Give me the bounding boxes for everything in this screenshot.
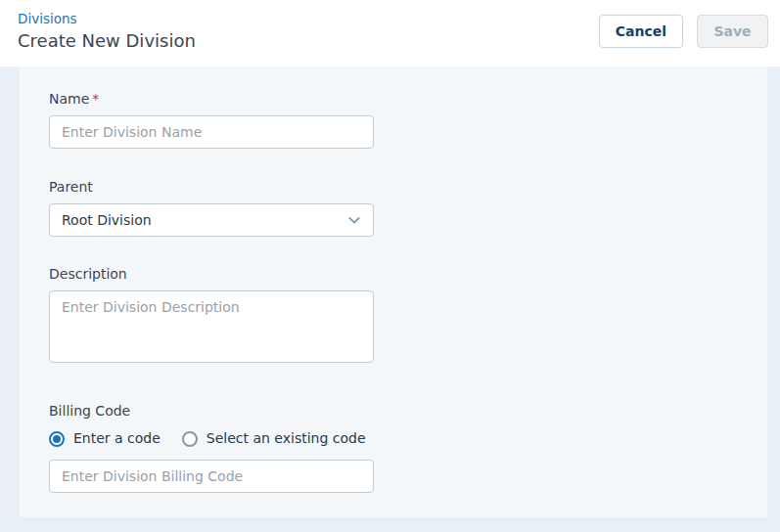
create-division-form: Name* Parent Root Division Description B… <box>20 66 374 493</box>
description-field-label: Description <box>49 265 374 284</box>
save-button[interactable]: Save <box>697 15 768 48</box>
billing-code-radio-group: Enter a code Select an existing code <box>49 429 374 448</box>
page-header: Divisions Create New Division Cancel Sav… <box>0 0 780 66</box>
parent-field-label: Parent <box>49 178 374 197</box>
radio-button-enter-a-code[interactable] <box>49 431 65 447</box>
parent-select[interactable]: Root Division <box>49 203 374 237</box>
breadcrumb-divisions-link[interactable]: Divisions <box>18 10 196 28</box>
page-title: Create New Division <box>18 28 196 54</box>
billing-code-field-label: Billing Code <box>49 402 374 421</box>
name-label-text: Name <box>49 91 89 107</box>
required-asterisk: * <box>92 91 99 107</box>
division-billing-code-input[interactable] <box>49 460 374 493</box>
name-field-label: Name* <box>49 90 374 109</box>
division-description-textarea[interactable] <box>49 290 374 363</box>
radio-option-select-existing-code[interactable]: Select an existing code <box>182 429 366 448</box>
division-name-input[interactable] <box>49 115 374 149</box>
header-titles: Divisions Create New Division <box>18 10 196 54</box>
radio-button-select-existing-code[interactable] <box>182 431 198 447</box>
chevron-down-icon <box>347 213 361 227</box>
parent-select-value: Root Division <box>62 212 152 228</box>
radio-option-enter-a-code[interactable]: Enter a code <box>49 429 161 448</box>
radio-label-select-existing-code: Select an existing code <box>206 429 366 448</box>
form-panel: Name* Parent Root Division Description B… <box>20 66 767 517</box>
cancel-button[interactable]: Cancel <box>599 15 683 48</box>
radio-label-enter-a-code: Enter a code <box>73 429 161 448</box>
header-actions: Cancel Save <box>599 15 768 48</box>
